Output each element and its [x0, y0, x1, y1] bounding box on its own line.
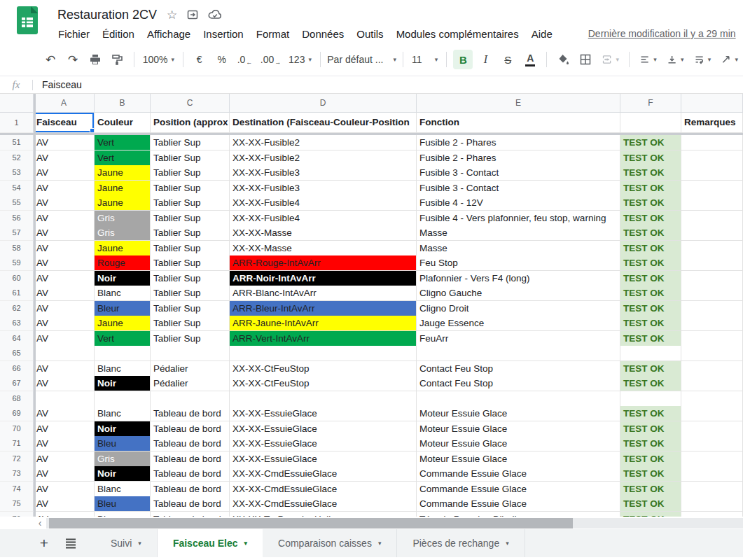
cell-D63[interactable]: ARR-Jaune-IntAvArr: [230, 316, 417, 331]
row-header-60[interactable]: 60: [0, 271, 34, 286]
cell-F61[interactable]: TEST OK: [620, 286, 681, 301]
row-header-76[interactable]: 76: [0, 512, 34, 517]
row-header-65[interactable]: 65: [0, 346, 34, 361]
cell-D73[interactable]: XX-XX-CmdEssuieGlace: [230, 466, 417, 482]
cell-F64[interactable]: TEST OK: [620, 331, 681, 346]
cell-G75[interactable]: [681, 496, 743, 512]
cell-B56[interactable]: Gris: [95, 211, 151, 226]
row-header-75[interactable]: 75: [0, 496, 34, 512]
select-all-corner[interactable]: [0, 94, 34, 113]
row-header-53[interactable]: 53: [0, 165, 34, 181]
cell-F63[interactable]: TEST OK: [620, 316, 681, 331]
cell-F68[interactable]: [620, 391, 681, 407]
cell-E1[interactable]: Fonction: [417, 113, 620, 133]
menu-outils[interactable]: Outils: [350, 27, 389, 41]
cell-F57[interactable]: TEST OK: [620, 225, 681, 241]
cell-D69[interactable]: XX-XX-EssuieGlace: [230, 406, 417, 421]
cell-B57[interactable]: Gris: [95, 225, 151, 241]
cell-C54[interactable]: Tablier Sup: [151, 181, 230, 196]
cell-G63[interactable]: [681, 316, 743, 331]
row-header-1[interactable]: 1: [0, 113, 34, 133]
cell-A68[interactable]: [34, 391, 95, 407]
cell-G67[interactable]: [681, 376, 743, 391]
cell-B64[interactable]: Vert: [95, 331, 151, 346]
cell-B76[interactable]: Blanc: [95, 512, 151, 517]
cell-F69[interactable]: TEST OK: [620, 406, 681, 421]
cell-C58[interactable]: Tablier Sup: [151, 241, 230, 256]
cell-A74[interactable]: AV: [34, 482, 95, 497]
cell-G74[interactable]: [681, 482, 743, 497]
cell-A67[interactable]: AV: [34, 376, 95, 391]
italic-button[interactable]: I: [475, 50, 495, 69]
cell-A54[interactable]: AV: [34, 181, 95, 196]
cell-D52[interactable]: XX-XX-Fusible2: [230, 150, 417, 166]
cell-E57[interactable]: Masse: [417, 225, 620, 241]
format-percent-icon[interactable]: %: [212, 50, 232, 69]
column-header-d[interactable]: D: [230, 94, 417, 113]
column-header-c[interactable]: C: [151, 94, 230, 113]
cell-B54[interactable]: Jaune: [95, 181, 151, 196]
cell-A52[interactable]: AV: [34, 150, 95, 166]
increase-decimal-icon[interactable]: .00→: [258, 50, 283, 69]
cell-A61[interactable]: AV: [34, 286, 95, 301]
cell-E75[interactable]: Commande Essuie Glace: [417, 496, 620, 512]
cell-D76[interactable]: XX-XX-TmPressionHuile: [230, 512, 417, 517]
cell-D71[interactable]: XX-XX-EssuieGlace: [230, 436, 417, 451]
cell-C66[interactable]: Pédalier: [151, 361, 230, 377]
tab-pieces-de-rechange[interactable]: Pièces de rechange▾: [397, 529, 525, 557]
cell-A65[interactable]: [34, 346, 95, 361]
cell-F65[interactable]: [620, 346, 681, 361]
cell-A69[interactable]: AV: [34, 406, 95, 421]
cell-B69[interactable]: Blanc: [95, 406, 151, 421]
cell-C74[interactable]: Tableau de bord: [151, 482, 230, 497]
sheets-logo-icon[interactable]: [17, 6, 38, 37]
cell-F51[interactable]: TEST OK: [620, 135, 681, 150]
cell-F54[interactable]: TEST OK: [620, 181, 681, 196]
cell-B55[interactable]: Jaune: [95, 195, 151, 211]
vertical-align-icon[interactable]: ▾: [663, 50, 688, 69]
cell-G72[interactable]: [681, 451, 743, 467]
cell-B51[interactable]: Vert: [95, 135, 151, 150]
cell-A58[interactable]: AV: [34, 241, 95, 256]
cell-C57[interactable]: Tablier Sup: [151, 225, 230, 241]
zoom-select[interactable]: 100%▾: [141, 50, 176, 69]
cell-G64[interactable]: [681, 331, 743, 346]
selection-fill-handle[interactable]: [90, 128, 95, 133]
scrollbar-thumb[interactable]: [49, 518, 573, 528]
cell-C52[interactable]: Tablier Sup: [151, 150, 230, 166]
menu-aide[interactable]: Aide: [525, 27, 559, 41]
cell-E68[interactable]: [417, 391, 620, 407]
cell-E55[interactable]: Fusible 4 - 12V: [417, 195, 620, 211]
row-header-66[interactable]: 66: [0, 361, 34, 377]
cell-D65[interactable]: [230, 346, 417, 361]
cell-A59[interactable]: AV: [34, 255, 95, 271]
cell-E60[interactable]: Plafonnier - Vers F4 (long): [417, 271, 620, 286]
menu-fichier[interactable]: Fichier: [52, 27, 96, 41]
cell-D64[interactable]: ARR-Vert-IntAvArr: [230, 331, 417, 346]
text-rotation-icon[interactable]: ▾: [717, 50, 742, 69]
cell-D56[interactable]: XX-XX-Fusible4: [230, 211, 417, 226]
cell-D55[interactable]: XX-XX-Fusible4: [230, 195, 417, 211]
cell-G57[interactable]: [681, 225, 743, 241]
cell-D1[interactable]: Destination (Faisceau-Couleur-Position: [230, 113, 417, 133]
cell-C68[interactable]: [151, 391, 230, 407]
star-icon[interactable]: ☆: [167, 8, 177, 22]
cell-E58[interactable]: Masse: [417, 241, 620, 256]
cell-C67[interactable]: Pédalier: [151, 376, 230, 391]
cell-B70[interactable]: Noir: [95, 421, 151, 437]
print-icon[interactable]: [85, 50, 105, 69]
cell-C76[interactable]: Tableau de bord: [151, 512, 230, 517]
row-header-74[interactable]: 74: [0, 482, 34, 497]
strikethrough-button[interactable]: S: [498, 50, 518, 69]
cell-A75[interactable]: AV: [34, 496, 95, 512]
cell-D62[interactable]: ARR-Bleur-IntAvArr: [230, 301, 417, 316]
cell-C75[interactable]: Tableau de bord: [151, 496, 230, 512]
cell-G54[interactable]: [681, 181, 743, 196]
fill-color-icon[interactable]: [553, 50, 573, 69]
cell-C55[interactable]: Tablier Sup: [151, 195, 230, 211]
cell-D61[interactable]: ARR-Blanc-IntAvArr: [230, 286, 417, 301]
cell-C60[interactable]: Tablier Sup: [151, 271, 230, 286]
redo-icon[interactable]: ↷: [63, 50, 83, 69]
cell-G76[interactable]: [681, 512, 743, 517]
cell-F55[interactable]: TEST OK: [620, 195, 681, 211]
